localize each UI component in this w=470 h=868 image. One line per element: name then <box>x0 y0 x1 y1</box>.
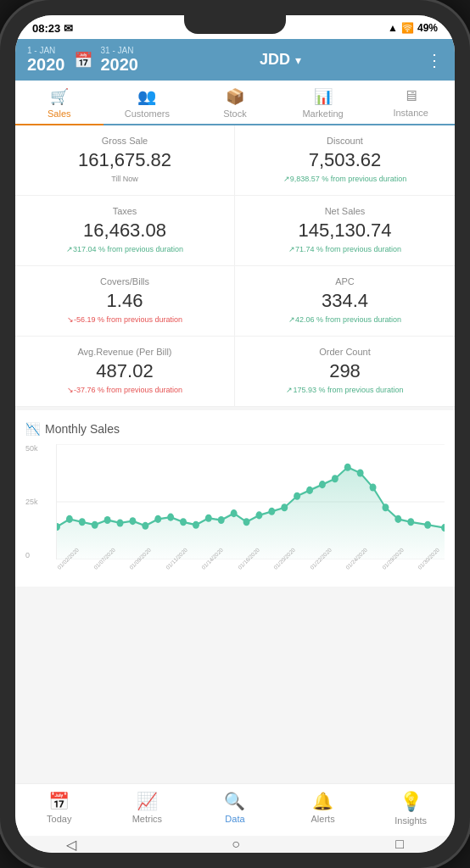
svg-point-16 <box>218 516 225 524</box>
svg-point-7 <box>104 516 111 524</box>
y-label-0: 0 <box>25 551 38 559</box>
insights-label: Insights <box>394 815 427 826</box>
notch <box>184 15 286 34</box>
svg-point-32 <box>424 521 431 529</box>
covers-bills-value: 1.46 <box>29 290 221 312</box>
today-icon: 📅 <box>48 791 70 811</box>
insights-icon: 💡 <box>400 791 422 813</box>
battery-display: 49% <box>417 22 438 34</box>
marketing-tab-icon: 📊 <box>314 87 333 106</box>
phone-screen: 08:23 ✉ ▲ 🛜 49% 1 - JAN 2020 📅 31 - JAN … <box>15 15 455 853</box>
svg-point-20 <box>268 508 275 515</box>
chart-title-label: Monthly Sales <box>45 422 120 436</box>
taxes-value: 16,463.08 <box>29 220 221 242</box>
wifi-icon: 🛜 <box>401 22 414 34</box>
stat-apc: APC 334.4 ↗42.06 % from previous duratio… <box>235 266 455 337</box>
svg-point-29 <box>382 504 389 511</box>
alerts-icon: 🔔 <box>312 791 333 811</box>
y-label-50k: 50k <box>25 444 38 453</box>
header-company-area[interactable]: JDD ▾ <box>147 51 414 69</box>
home-bar: ◁ ○ □ <box>15 836 455 853</box>
svg-point-23 <box>306 487 313 494</box>
phone-shell: 08:23 ✉ ▲ 🛜 49% 1 - JAN 2020 📅 31 - JAN … <box>0 0 470 868</box>
bottom-nav-data[interactable]: 🔍 Data <box>191 791 279 826</box>
bottom-nav-alerts[interactable]: 🔔 Alerts <box>279 791 367 826</box>
svg-point-6 <box>92 521 98 529</box>
recents-button[interactable]: □ <box>395 837 404 852</box>
header-bar: 1 - JAN 2020 📅 31 - JAN 2020 JDD ▾ ⋮ <box>15 39 455 81</box>
gross-sale-sub: Till Now <box>29 175 221 183</box>
bottom-nav-insights[interactable]: 💡 Insights <box>366 791 455 826</box>
svg-point-19 <box>255 511 262 519</box>
chevron-down-icon: ▾ <box>295 53 301 67</box>
taxes-change: ↗317.04 % from previous duration <box>29 245 221 253</box>
date-to-label: 31 - JAN <box>101 46 134 55</box>
covers-bills-change: ↘-56.19 % from previous duration <box>29 315 221 324</box>
svg-point-21 <box>281 504 288 511</box>
svg-point-31 <box>407 518 414 526</box>
discount-label: Discount <box>249 136 441 146</box>
sales-tab-icon: 🛒 <box>50 87 69 106</box>
svg-point-15 <box>205 515 212 522</box>
chart-bar-icon: 📉 <box>25 422 40 436</box>
date-from-label: 1 - JAN <box>27 46 55 55</box>
date-to-year: 2020 <box>101 55 139 74</box>
more-options-button[interactable]: ⋮ <box>426 50 443 70</box>
calendar-icon[interactable]: 📅 <box>74 51 92 70</box>
net-sales-change: ↗71.74 % from previous duration <box>249 245 441 253</box>
covers-bills-label: Covers/Bills <box>29 276 221 287</box>
net-sales-value: 145,130.74 <box>249 220 441 242</box>
data-label: Data <box>225 814 244 824</box>
data-icon: 🔍 <box>224 791 245 811</box>
date-to-block: 31 - JAN 2020 <box>101 46 139 74</box>
svg-point-8 <box>117 519 124 526</box>
today-label: Today <box>47 814 71 824</box>
svg-point-5 <box>79 518 86 526</box>
svg-point-28 <box>370 483 377 491</box>
tab-sales[interactable]: 🛒 Sales <box>15 81 104 125</box>
svg-point-24 <box>319 481 326 488</box>
svg-point-27 <box>357 469 364 476</box>
bottom-nav-metrics[interactable]: 📈 Metrics <box>104 791 192 826</box>
stock-tab-icon: 📦 <box>226 87 244 106</box>
bottom-nav-today[interactable]: 📅 Today <box>15 791 104 826</box>
stat-avg-revenue: Avg.Revenue (Per Bill) 487.02 ↘-37.76 % … <box>15 337 235 407</box>
svg-point-17 <box>231 509 238 517</box>
nav-tabs: 🛒 Sales 👥 Customers 📦 Stock 📊 Marketing … <box>15 81 455 125</box>
monthly-sales-chart: 📉 Monthly Sales 50k 25k 0 <box>15 410 455 587</box>
stat-order-count: Order Count 298 ↗175.93 % from previous … <box>235 337 455 407</box>
stats-grid: Gross Sale 161,675.82 Till Now Discount … <box>15 125 455 407</box>
tab-instance[interactable]: 🖥 Instance <box>366 81 455 124</box>
tab-stock[interactable]: 📦 Stock <box>191 81 279 124</box>
svg-point-22 <box>294 492 300 500</box>
home-button[interactable]: ○ <box>232 837 240 852</box>
sales-tab-label: Sales <box>48 108 71 119</box>
date-from-block: 1 - JAN 2020 <box>27 46 65 74</box>
net-sales-label: Net Sales <box>249 206 441 216</box>
svg-point-11 <box>154 515 161 523</box>
svg-point-13 <box>180 518 187 526</box>
metrics-label: Metrics <box>132 814 162 824</box>
apc-change: ↗42.06 % from previous duration <box>249 315 441 324</box>
status-right: ▲ 🛜 49% <box>388 22 438 34</box>
svg-point-30 <box>394 515 401 523</box>
signal-icon: ▲ <box>388 22 398 34</box>
gross-sale-value: 161,675.82 <box>29 149 221 171</box>
metrics-icon: 📈 <box>137 791 158 811</box>
stat-net-sales: Net Sales 145,130.74 ↗71.74 % from previ… <box>235 196 455 266</box>
avg-revenue-label: Avg.Revenue (Per Bill) <box>29 347 221 357</box>
stock-tab-label: Stock <box>223 108 247 119</box>
tab-marketing[interactable]: 📊 Marketing <box>279 81 367 124</box>
content-area: Gross Sale 161,675.82 Till Now Discount … <box>15 125 455 783</box>
chart-container: 50k 25k 0 <box>25 444 445 580</box>
discount-change: ↗9,838.57 % from previous duration <box>249 175 441 183</box>
discount-value: 7,503.62 <box>249 149 441 171</box>
tab-customers[interactable]: 👥 Customers <box>104 81 192 124</box>
back-button[interactable]: ◁ <box>66 837 76 853</box>
order-count-value: 298 <box>249 360 441 382</box>
order-count-label: Order Count <box>249 347 441 357</box>
svg-point-25 <box>332 475 339 482</box>
marketing-tab-label: Marketing <box>302 108 343 119</box>
stat-covers-bills: Covers/Bills 1.46 ↘-56.19 % from previou… <box>15 266 235 337</box>
chart-svg <box>57 444 445 559</box>
